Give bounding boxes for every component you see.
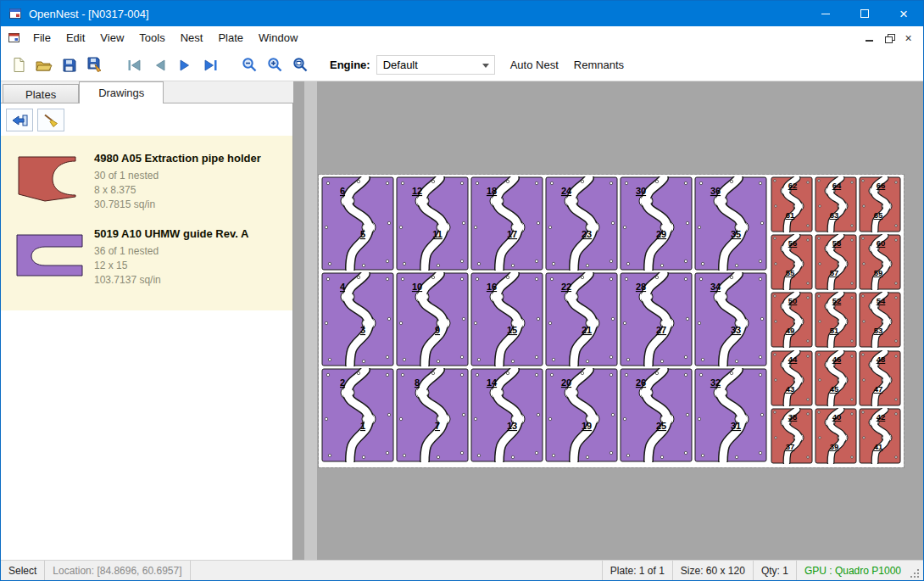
list-item[interactable]: 5019 A10 UHMW guide Rev. A 36 of 1 neste…	[1, 220, 292, 295]
save-as-icon	[87, 57, 103, 73]
auto-nest-button[interactable]: Auto Nest	[510, 59, 559, 71]
menu-item-nest[interactable]: Nest	[173, 27, 211, 48]
purple-part-pair[interactable]: 3433	[694, 272, 767, 366]
new-file-button[interactable]	[6, 53, 31, 78]
purple-part-pair[interactable]: 1817	[470, 176, 543, 271]
nest-canvas[interactable]: 6512111817242330293635431091615222128273…	[293, 81, 923, 560]
red-part-pair[interactable]: 6261	[771, 176, 813, 232]
purple-part-pair[interactable]: 3029	[620, 176, 693, 271]
part-number-bottom: 51	[830, 326, 839, 335]
part-number-bottom: 3	[360, 325, 365, 335]
part-number-bottom: 9	[435, 325, 440, 335]
maximize-button[interactable]	[845, 1, 884, 26]
open-file-button[interactable]	[31, 53, 57, 78]
mdi-minimize-button[interactable]	[860, 30, 879, 47]
red-part-pair[interactable]: 6665	[859, 176, 901, 232]
part-number-bottom: 47	[874, 384, 883, 394]
drawings-toolbar	[1, 103, 292, 136]
part-number-top: 2	[340, 377, 345, 388]
red-part-pair[interactable]: 4645	[815, 350, 857, 406]
engine-select[interactable]: Default	[376, 55, 495, 75]
remnants-button[interactable]: Remnants	[574, 59, 624, 71]
nav-next-button[interactable]	[172, 53, 198, 78]
purple-part-pair[interactable]: 1413	[470, 368, 543, 462]
window-title: OpenNest - [N0317-004]	[29, 8, 149, 20]
purple-part-pair[interactable]: 2423	[545, 176, 618, 271]
clear-button[interactable]	[37, 109, 64, 131]
zoom-out-button[interactable]	[237, 53, 262, 78]
menu-item-window[interactable]: Window	[251, 27, 305, 48]
part-number-top: 44	[788, 355, 798, 364]
menu-item-plate[interactable]: Plate	[210, 27, 251, 48]
nav-last-button[interactable]	[198, 53, 223, 78]
resize-grip[interactable]	[910, 568, 921, 579]
red-part-pair[interactable]: 5251	[815, 292, 857, 348]
purple-part-pair[interactable]: 1211	[396, 176, 469, 271]
menu-item-file[interactable]: File	[25, 27, 58, 48]
status-plate-count: Plate: 1 of 1	[602, 561, 672, 580]
list-item[interactable]: 4980 A05 Extraction pipe holder 30 of 1 …	[1, 144, 292, 220]
status-location: Location: [84.8696, 60.6957]	[45, 561, 190, 580]
part-number-bottom: 33	[731, 325, 741, 335]
open-folder-icon	[36, 58, 53, 73]
purple-part-pair[interactable]: 2221	[545, 272, 618, 366]
send-to-plate-button[interactable]	[6, 109, 33, 131]
zoom-fit-button[interactable]	[287, 53, 313, 78]
purple-part-pair[interactable]: 21	[321, 368, 394, 462]
status-mode: Select	[1, 561, 45, 580]
drawings-panel: 4980 A05 Extraction pipe holder 30 of 1 …	[1, 103, 293, 560]
part-number-bottom: 29	[656, 229, 666, 239]
menu-item-tools[interactable]: Tools	[131, 27, 172, 48]
purple-part-pair[interactable]: 1615	[470, 272, 543, 366]
tab-plates[interactable]: Plates	[3, 84, 79, 103]
part-number-bottom: 5	[360, 229, 365, 239]
purple-part-pair[interactable]: 109	[396, 272, 469, 366]
part-number-bottom: 39	[830, 442, 839, 451]
mdi-restore-button[interactable]	[879, 30, 899, 47]
purple-part-pair[interactable]: 3635	[694, 176, 767, 271]
part-number-top: 64	[832, 181, 842, 190]
engine-label: Engine:	[330, 59, 370, 71]
red-part-pair[interactable]: 5049	[771, 292, 813, 348]
part-number-bottom: 25	[656, 421, 666, 431]
purple-part-pair[interactable]: 87	[396, 368, 469, 462]
menu-item-edit[interactable]: Edit	[58, 27, 92, 48]
close-button[interactable]: ×	[884, 1, 923, 26]
red-part-pair[interactable]: 5655	[771, 234, 813, 290]
purple-part-pair[interactable]: 65	[321, 176, 394, 271]
part-number-bottom: 57	[830, 268, 839, 277]
nav-prev-button[interactable]	[147, 53, 172, 78]
part-number-bottom: 1	[360, 421, 365, 431]
red-part-pair[interactable]: 3837	[771, 408, 813, 464]
drawing-title: 4980 A05 Extraction pipe holder	[94, 152, 261, 165]
part-number-top: 20	[561, 377, 571, 388]
red-part-pair[interactable]: 5453	[859, 292, 901, 348]
part-number-top: 30	[636, 186, 646, 196]
purple-part-pair[interactable]: 2827	[620, 272, 693, 366]
mdi-close-button[interactable]: ×	[899, 30, 918, 47]
purple-part-pair[interactable]: 2019	[545, 368, 618, 462]
minimize-button[interactable]	[806, 1, 845, 26]
red-part-pair[interactable]: 4039	[815, 408, 857, 464]
red-part-pair[interactable]: 4847	[859, 350, 901, 406]
red-part-pair[interactable]: 4241	[859, 408, 901, 464]
save-button[interactable]	[57, 53, 82, 78]
nav-first-button[interactable]	[121, 53, 147, 78]
red-part-pair[interactable]: 4443	[771, 350, 813, 406]
nav-last-icon	[203, 59, 219, 72]
tab-drawings[interactable]: Drawings	[79, 81, 164, 103]
zoom-in-button[interactable]	[262, 53, 287, 78]
menu-item-view[interactable]: View	[92, 27, 131, 48]
purple-part-pair[interactable]: 3231	[694, 368, 767, 462]
part-number-top: 36	[710, 186, 721, 196]
purple-part-pair[interactable]: 2625	[620, 368, 693, 462]
red-part-pair[interactable]: 6059	[859, 234, 901, 290]
part-number-top: 26	[636, 377, 646, 388]
part-number-bottom: 7	[435, 421, 440, 431]
red-part-pair[interactable]: 5857	[815, 234, 857, 290]
status-qty: Qty: 1	[753, 561, 796, 580]
red-part-pair[interactable]: 6463	[815, 176, 857, 232]
purple-part-pair[interactable]: 43	[321, 272, 394, 366]
save-as-button[interactable]	[82, 53, 108, 78]
part-number-bottom: 27	[656, 325, 666, 335]
